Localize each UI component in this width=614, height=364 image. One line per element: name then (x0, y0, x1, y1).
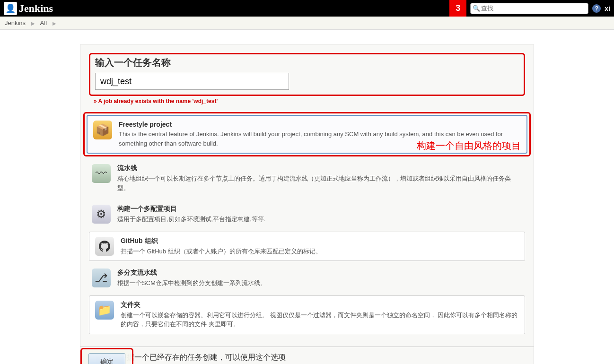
item-pipeline[interactable]: 〰 流水线 精心地组织一个可以长期运行在多个节点上的任务。适用于构建流水线（更加… (86, 159, 528, 197)
header-extra: xi (605, 5, 610, 12)
item-title: GitHub 组织 (121, 237, 519, 245)
item-desc: 扫描一个 GitHub 组织（或者个人账户）的所有仓库来匹配已定义的标记。 (121, 247, 519, 256)
multibranch-icon: ⎇ (92, 269, 111, 287)
github-box: GitHub 组织 扫描一个 GitHub 组织（或者个人账户）的所有仓库来匹配… (89, 232, 525, 261)
item-title: 文件夹 (121, 301, 519, 309)
item-desc: 适用于多配置项目,例如多环境测试,平台指定构建,等等. (117, 215, 522, 224)
search-icon: 🔍 (473, 5, 480, 12)
item-multibranch[interactable]: ⎇ 多分支流水线 根据一个SCM仓库中检测到的分支创建一系列流水线。 (86, 264, 528, 293)
item-desc: 创建一个可以嵌套存储的容器。利用它可以进行分组。 视图仅仅是一个过滤器，而文件夹… (121, 311, 519, 329)
item-list: 〰 流水线 精心地组织一个可以长期运行在多个节点上的任务。适用于构建流水线（更加… (80, 159, 534, 342)
copy-from-title: 如果你想根据一个已经存在的任务创建，可以使用这个选项 (89, 353, 525, 363)
search-wrap: 🔍 (470, 3, 588, 14)
search-input[interactable] (470, 3, 588, 14)
multiconfig-icon: ⚙ (92, 205, 111, 224)
annotation-text: 构建一个自由风格的项目 (417, 139, 521, 152)
freestyle-icon: 📦 (93, 121, 112, 139)
name-highlight-box: 输入一个任务名称 (89, 53, 525, 96)
item-name-input[interactable] (95, 73, 289, 90)
item-title: 多分支流水线 (117, 269, 522, 277)
copy-from-section: 如果你想根据一个已经存在的任务创建，可以使用这个选项 输入自动完成 (80, 347, 534, 364)
jenkins-logo-icon: 👤 (4, 2, 17, 15)
item-title: 构建一个多配置项目 (117, 205, 522, 213)
item-folder[interactable]: 📁 文件夹 创建一个可以嵌套存储的容器。利用它可以进行分组。 视图仅仅是一个过滤… (89, 296, 525, 334)
notification-badge[interactable]: 3 (449, 0, 466, 17)
copy-dark: 一个已经存在的任务创建，可以使用这个选项 (134, 353, 286, 361)
breadcrumb-all[interactable]: All (40, 19, 47, 26)
item-desc: 精心地组织一个可以长期运行在多个节点上的任务。适用于构建流水线（更加正式地应当称… (117, 174, 522, 192)
item-title: Freestyle project (119, 121, 521, 128)
pipeline-icon: 〰 (92, 164, 111, 183)
help-icon[interactable]: ? (592, 4, 601, 13)
github-icon (95, 237, 114, 256)
top-header: 👤 Jenkins 3 🔍 ? xi (0, 0, 614, 17)
chevron-right-icon: ▶ (31, 21, 35, 26)
logo-text: Jenkins (19, 2, 53, 15)
breadcrumb: Jenkins ▶ All ▶ (0, 17, 614, 30)
folder-box: 📁 文件夹 创建一个可以嵌套存储的容器。利用它可以进行分组。 视图仅仅是一个过滤… (89, 295, 525, 334)
new-item-panel: 输入一个任务名称 » A job already exists with the… (80, 44, 534, 364)
chevron-right-icon: ▶ (53, 21, 56, 26)
name-error: » A job already exists with the name 'wd… (94, 98, 525, 104)
main-content: 输入一个任务名称 » A job already exists with the… (0, 30, 614, 364)
name-section: 输入一个任务名称 » A job already exists with the… (80, 44, 534, 107)
ok-button[interactable]: 确定 (88, 353, 125, 364)
folder-icon: 📁 (95, 301, 114, 320)
freestyle-highlight-box: 📦 Freestyle project This is the central … (83, 112, 531, 156)
item-desc: 根据一个SCM仓库中检测到的分支创建一系列流水线。 (117, 278, 522, 288)
item-github[interactable]: GitHub 组织 扫描一个 GitHub 组织（或者个人账户）的所有仓库来匹配… (89, 232, 525, 261)
item-title: 流水线 (117, 164, 522, 173)
logo[interactable]: 👤 Jenkins (4, 2, 53, 15)
item-multiconfig[interactable]: ⚙ 构建一个多配置项目 适用于多配置项目,例如多环境测试,平台指定构建,等等. (86, 200, 528, 229)
breadcrumb-jenkins[interactable]: Jenkins (5, 19, 26, 26)
ok-highlight-box: 确定 (80, 348, 133, 364)
name-label: 输入一个任务名称 (95, 56, 519, 69)
